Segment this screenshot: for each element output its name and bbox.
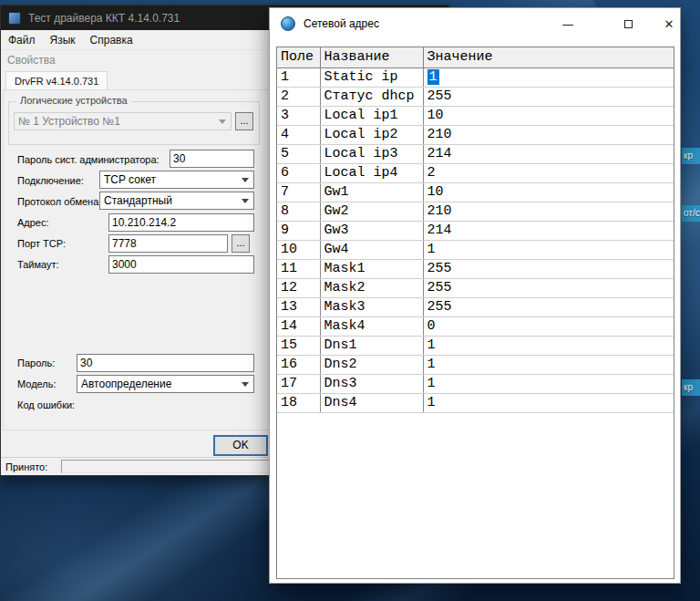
cell-value[interactable]: 255 (423, 278, 674, 297)
cell-value[interactable]: 210 (423, 125, 674, 144)
cell-name[interactable]: Gw2 (320, 202, 423, 221)
port-browse-button[interactable]: ... (232, 234, 250, 253)
maximize-icon (624, 20, 633, 28)
maximize-button[interactable] (613, 13, 643, 35)
desktop-icon-label-fragment[interactable]: от/ст (682, 205, 700, 222)
group-label: Логические устройства (16, 95, 131, 106)
table-row[interactable]: 18Dns41 (277, 393, 674, 412)
cell-field[interactable]: 14 (277, 316, 320, 336)
selected-cell-text[interactable]: 1 (427, 69, 439, 85)
cell-field[interactable]: 6 (277, 163, 320, 182)
cell-name[interactable]: Mask4 (320, 316, 423, 336)
menu-file[interactable]: Файл (1, 31, 43, 49)
table-row[interactable]: 6Local ip42 (277, 163, 674, 182)
cell-name[interactable]: Dns1 (320, 336, 423, 355)
connection-combo[interactable]: TCP сокет (99, 171, 254, 189)
table-row[interactable]: 14Mask40 (277, 316, 674, 336)
cell-field[interactable]: 12 (277, 278, 320, 297)
cell-name[interactable]: Static ip (320, 67, 423, 87)
cell-value[interactable]: 1 (423, 374, 674, 393)
cell-name[interactable]: Gw3 (320, 221, 423, 240)
cell-value[interactable]: 1 (423, 355, 674, 374)
cell-field[interactable]: 5 (277, 144, 320, 163)
cell-field[interactable]: 3 (277, 106, 320, 125)
cell-value[interactable]: 255 (423, 297, 674, 316)
cell-value[interactable]: 10 (423, 106, 674, 125)
cell-value[interactable]: 10 (423, 182, 674, 202)
cell-field[interactable]: 7 (277, 182, 320, 202)
table-row[interactable]: 5Local ip3214 (277, 144, 674, 163)
cell-value[interactable]: 0 (423, 316, 674, 336)
table-row[interactable]: 9Gw3214 (277, 221, 674, 240)
cell-name[interactable]: Mask1 (320, 259, 423, 278)
device-browse-button[interactable]: ... (235, 112, 253, 130)
minimize-button[interactable]: — (553, 13, 582, 35)
tab-drvfr[interactable]: DrvFR v4.14.0.731 (5, 71, 108, 89)
desktop-icon-label-fragment[interactable]: кр (682, 379, 700, 396)
error-code-label: Код ошибки: (17, 399, 75, 410)
cell-value[interactable]: 210 (423, 202, 674, 221)
cell-field[interactable]: 9 (277, 221, 320, 240)
table-row[interactable]: 16Dns21 (277, 355, 674, 374)
cell-name[interactable]: Local ip2 (320, 125, 423, 144)
table-row[interactable]: 15Dns11 (277, 336, 674, 355)
cell-value[interactable]: 1 (423, 240, 674, 259)
cell-value[interactable]: 1 (423, 67, 674, 87)
menu-help[interactable]: Справка (83, 31, 140, 49)
model-combo[interactable]: Автоопределение (77, 375, 254, 393)
cell-field[interactable]: 8 (277, 202, 320, 221)
cell-field[interactable]: 2 (277, 87, 320, 106)
cell-field[interactable]: 18 (277, 393, 320, 412)
admin-password-input[interactable] (170, 150, 254, 168)
table-row[interactable]: 4Local ip2210 (277, 125, 674, 144)
desktop-icon-label-fragment[interactable]: кр (682, 148, 700, 164)
table-row[interactable]: 10Gw41 (277, 240, 674, 259)
connection-label: Подключение: (17, 175, 84, 186)
cell-name[interactable]: Dns2 (320, 355, 423, 374)
protocol-combo[interactable]: Стандартный (99, 192, 254, 210)
cell-field[interactable]: 17 (277, 374, 320, 393)
table-row[interactable]: 3Local ip110 (277, 106, 674, 125)
table-row[interactable]: 11Mask1255 (277, 259, 674, 278)
password-input[interactable] (77, 354, 254, 372)
cell-field[interactable]: 1 (277, 67, 320, 87)
cell-field[interactable]: 15 (277, 336, 320, 355)
timeout-input[interactable] (108, 255, 254, 274)
cell-name[interactable]: Dns4 (320, 393, 423, 412)
close-button[interactable]: ✕ (654, 13, 684, 35)
address-input[interactable] (108, 213, 254, 232)
cell-value[interactable]: 1 (423, 336, 674, 355)
cell-field[interactable]: 13 (277, 297, 320, 316)
cell-name[interactable]: Mask3 (320, 297, 423, 316)
cell-field[interactable]: 11 (277, 259, 320, 278)
cell-field[interactable]: 4 (277, 125, 320, 144)
cell-field[interactable]: 10 (277, 240, 320, 259)
cell-value[interactable]: 1 (423, 393, 674, 412)
cell-name[interactable]: Local ip3 (320, 144, 423, 163)
table-row[interactable]: 1Static ip1 (277, 67, 674, 87)
ok-button[interactable]: OK (213, 435, 268, 456)
table-row[interactable]: 2Статус dhcp255 (277, 87, 674, 106)
properties-section-label: Свойства (7, 54, 56, 67)
menu-language[interactable]: Язык (43, 31, 83, 49)
table-row[interactable]: 13Mask3255 (277, 297, 674, 316)
table-row[interactable]: 17Dns31 (277, 374, 674, 393)
cell-value[interactable]: 2 (423, 163, 674, 182)
cell-name[interactable]: Mask2 (320, 278, 423, 297)
cell-name[interactable]: Dns3 (320, 374, 423, 393)
cell-name[interactable]: Статус dhcp (320, 87, 423, 106)
cell-name[interactable]: Local ip4 (320, 163, 423, 182)
cell-value[interactable]: 214 (423, 221, 674, 240)
cell-name[interactable]: Gw1 (320, 182, 423, 202)
app-icon (8, 12, 21, 25)
table-row[interactable]: 8Gw2210 (277, 202, 674, 221)
port-input[interactable] (108, 234, 228, 253)
table-row[interactable]: 7Gw110 (277, 182, 674, 202)
table-row[interactable]: 12Mask2255 (277, 278, 674, 297)
cell-value[interactable]: 255 (423, 87, 674, 106)
cell-name[interactable]: Local ip1 (320, 106, 423, 125)
cell-field[interactable]: 16 (277, 355, 320, 374)
cell-value[interactable]: 255 (423, 259, 674, 278)
cell-name[interactable]: Gw4 (320, 240, 423, 259)
cell-value[interactable]: 214 (423, 144, 674, 163)
